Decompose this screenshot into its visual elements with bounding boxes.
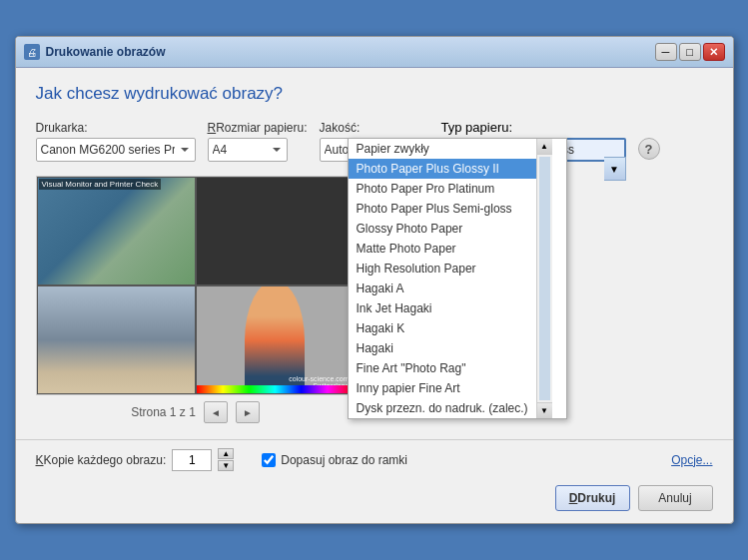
scroll-down-arrow[interactable]: ▼	[537, 402, 552, 418]
help-button[interactable]: ?	[638, 138, 660, 160]
fit-checkbox[interactable]	[262, 453, 276, 467]
bottom-controls: KKopie każdego obrazu: ▲ ▼ Dopasuj obraz…	[16, 439, 733, 479]
copies-decrement[interactable]: ▼	[218, 460, 234, 471]
dropdown-item-13[interactable]: Dysk przezn. do nadruk. (zalec.)	[349, 398, 536, 418]
paper-type-dropdown: Papier zwykłyPhoto Paper Plus Glossy IIP…	[348, 138, 567, 419]
dropdown-item-7[interactable]: Hagaki A	[349, 279, 536, 298]
dropdown-item-0[interactable]: Papier zwykły	[349, 139, 536, 159]
dropdown-item-12[interactable]: Inny papier Fine Art	[349, 378, 536, 398]
preview-label-1: Visual Monitor and Printer Check	[39, 179, 162, 190]
dropdown-item-4[interactable]: Glossy Photo Paper	[349, 219, 536, 239]
paper-type-label: Typ papieru:	[441, 120, 626, 135]
dropdown-item-5[interactable]: Matte Photo Paper	[349, 239, 536, 259]
content-area: Jak chcesz wydrukować obrazy? Drukarka: …	[16, 68, 733, 439]
preview-grid: Visual Monitor and Printer Check colour	[37, 177, 355, 394]
fit-label: Dopasuj obraz do ramki	[281, 453, 407, 467]
paper-size-label: RRozmiar papieru:	[208, 121, 308, 135]
preview-area: Visual Monitor and Printer Check colour	[36, 176, 356, 423]
dropdown-inner: Papier zwykłyPhoto Paper Plus Glossy IIP…	[349, 139, 566, 418]
quality-label: Jakość:	[320, 121, 429, 135]
title-bar: 🖨 Drukowanie obrazów ─ □ ✕	[16, 37, 733, 68]
preview-image-2	[196, 177, 355, 285]
copies-stepper: ▲ ▼	[218, 448, 234, 471]
fit-checkbox-group: Dopasuj obraz do ramki	[262, 453, 407, 467]
right-panel: Papier zwykłyPhoto Paper Plus Glossy IIP…	[368, 176, 713, 423]
dropdown-item-11[interactable]: Fine Art "Photo Rag"	[349, 358, 536, 378]
printer-select[interactable]: Canon MG6200 series Printer	[36, 138, 196, 162]
dropdown-list: Papier zwykłyPhoto Paper Plus Glossy IIP…	[349, 139, 536, 418]
dropdown-item-2[interactable]: Photo Paper Pro Platinum	[349, 179, 536, 199]
print-button[interactable]: DDrukuj	[555, 485, 630, 511]
window-title: Drukowanie obrazów	[46, 45, 166, 59]
close-button[interactable]: ✕	[703, 43, 725, 61]
title-bar-left: 🖨 Drukowanie obrazów	[24, 44, 166, 60]
preview-image-4: colour-science.comSwitzerland	[196, 285, 355, 394]
printer-icon: 🖨	[24, 44, 40, 60]
printer-group: Drukarka: Canon MG6200 series Printer	[36, 121, 196, 162]
dropdown-item-8[interactable]: Ink Jet Hagaki	[349, 298, 536, 318]
maximize-button[interactable]: □	[679, 43, 701, 61]
preview-image-1: Visual Monitor and Printer Check	[37, 177, 196, 285]
minimize-button[interactable]: ─	[655, 43, 677, 61]
scroll-thumb[interactable]	[539, 157, 550, 400]
dropdown-item-3[interactable]: Photo Paper Plus Semi-gloss	[349, 199, 536, 219]
copies-label: KKopie każdego obrazu:	[36, 453, 167, 467]
dropdown-scrollbar[interactable]: ▲ ▼	[536, 139, 552, 418]
next-page-button[interactable]: ►	[236, 401, 260, 423]
scroll-up-arrow[interactable]: ▲	[537, 139, 552, 155]
dropdown-item-1[interactable]: Photo Paper Plus Glossy II	[349, 159, 536, 179]
dropdown-item-10[interactable]: Hagaki	[349, 338, 536, 358]
dropdown-item-6[interactable]: High Resolution Paper	[349, 259, 536, 279]
page-info: Strona 1 z 1	[131, 405, 196, 419]
preview-image-3	[37, 285, 196, 394]
page-nav: Strona 1 z 1 ◄ ►	[131, 401, 260, 423]
copies-input[interactable]	[172, 449, 212, 471]
options-link[interactable]: Opcje...	[671, 453, 712, 467]
rainbow-bar	[197, 385, 354, 393]
action-buttons: DDrukuj Anuluj	[16, 479, 733, 523]
prev-page-button[interactable]: ◄	[204, 401, 228, 423]
paper-size-group: RRozmiar papieru: A4	[208, 121, 308, 162]
copies-group: KKopie każdego obrazu: ▲ ▼	[36, 448, 235, 471]
main-window: 🖨 Drukowanie obrazów ─ □ ✕ Jak chcesz wy…	[15, 36, 734, 524]
main-area: Visual Monitor and Printer Check colour	[36, 176, 713, 423]
copies-increment[interactable]: ▲	[218, 448, 234, 459]
main-question: Jak chcesz wydrukować obrazy?	[36, 84, 713, 104]
dropdown-item-9[interactable]: Hagaki K	[349, 318, 536, 338]
paper-size-select[interactable]: A4	[208, 138, 288, 162]
cancel-button[interactable]: Anuluj	[638, 485, 713, 511]
printer-label: Drukarka:	[36, 121, 196, 135]
window-controls: ─ □ ✕	[655, 43, 725, 61]
print-preview: Visual Monitor and Printer Check colour	[36, 176, 356, 395]
